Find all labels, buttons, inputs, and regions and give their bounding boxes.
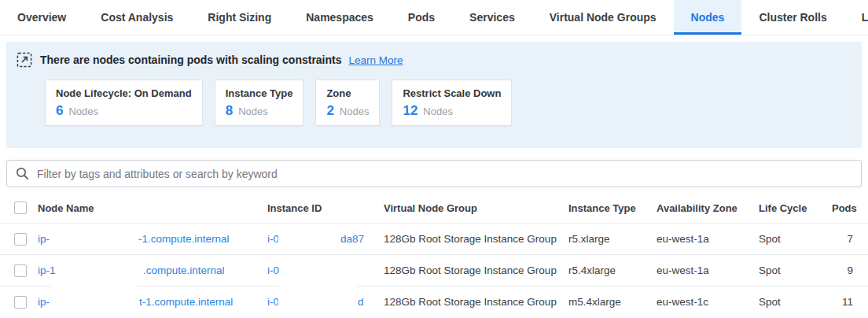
- card-count-number: 2: [326, 103, 333, 119]
- tab-nodes[interactable]: Nodes: [674, 0, 742, 35]
- search-input[interactable]: [37, 168, 852, 180]
- card-count-number: 12: [403, 103, 417, 119]
- card-instance-type[interactable]: Instance Type 8 Nodes: [215, 80, 304, 126]
- card-count-unit: Nodes: [238, 105, 268, 117]
- table-row: ip-1 .compute.internal i-0 128Gb Root St…: [0, 254, 868, 286]
- life-cycle-cell: Spot: [759, 255, 781, 286]
- availability-zone-cell: eu-west-1a: [657, 255, 709, 286]
- virtual-node-group-cell: 128Gb Root Storage Instance Group: [384, 255, 557, 286]
- instance-type-cell: r5.4xlarge: [568, 255, 616, 286]
- node-name-fragment: ip-1: [38, 255, 56, 286]
- nodes-table: Node Name Instance ID Virtual Node Group…: [0, 193, 868, 317]
- card-count: 8 Nodes: [226, 103, 293, 119]
- banner-message: There are nodes containing pods with sca…: [40, 54, 342, 66]
- tab-right-sizing[interactable]: Right Sizing: [190, 0, 289, 35]
- select-all-checkbox[interactable]: [14, 202, 27, 214]
- card-count-unit: Nodes: [68, 105, 98, 117]
- learn-more-link[interactable]: Learn More: [349, 54, 403, 66]
- instance-id-fragment: d: [358, 287, 364, 317]
- availability-zone-cell: eu-west-1a: [657, 224, 709, 254]
- tab-virtual-node-groups[interactable]: Virtual Node Groups: [532, 0, 674, 35]
- table-header-row: Node Name Instance ID Virtual Node Group…: [0, 193, 868, 223]
- tab-bar: Overview Cost Analysis Right Sizing Name…: [0, 0, 868, 35]
- column-header-instance-id: Instance ID: [267, 193, 384, 223]
- table-row: ip- t-1.compute.internal i-0 d 128Gb Roo…: [0, 286, 868, 317]
- instance-id-fragment: i-0: [267, 255, 279, 286]
- redacted-text: [286, 259, 359, 281]
- node-name-fragment: -1.compute.internal: [138, 224, 230, 254]
- instance-type-cell: m5.4xlarge: [568, 287, 621, 317]
- card-zone[interactable]: Zone 2 Nodes: [315, 80, 380, 126]
- card-title: Instance Type: [226, 87, 293, 99]
- tab-overview[interactable]: Overview: [0, 0, 83, 35]
- column-header-pods: Pods: [832, 193, 853, 223]
- row-checkbox[interactable]: [14, 264, 27, 277]
- redacted-text: [57, 259, 142, 281]
- card-count-unit: Nodes: [340, 105, 370, 117]
- card-count: 2 Nodes: [326, 103, 369, 119]
- scaling-constraints-banner: There are nodes containing pods with sca…: [6, 42, 862, 148]
- card-count: 6 Nodes: [56, 103, 192, 119]
- constraint-summary-cards: Node Lifecycle: On Demand 6 Nodes Instan…: [6, 80, 862, 126]
- row-checkbox[interactable]: [14, 233, 27, 246]
- card-count: 12 Nodes: [403, 103, 501, 119]
- instance-id-fragment: da87: [340, 224, 364, 254]
- tab-cluster-rolls[interactable]: Cluster Rolls: [741, 0, 844, 35]
- pods-count-cell: 7: [832, 224, 853, 254]
- column-header-instance-type: Instance Type: [568, 193, 636, 223]
- virtual-node-group-cell: 128Gb Root Storage Instance Group: [384, 287, 557, 317]
- row-checkbox[interactable]: [14, 296, 27, 309]
- filter-search-box[interactable]: [6, 160, 862, 187]
- tab-log[interactable]: Log: [844, 0, 868, 35]
- tab-cost-analysis[interactable]: Cost Analysis: [83, 0, 190, 35]
- tab-namespaces[interactable]: Namespaces: [289, 0, 391, 35]
- redacted-text: [52, 227, 137, 250]
- node-name-fragment: .compute.internal: [143, 255, 225, 286]
- virtual-node-group-cell: 128Gb Root Storage Instance Group: [384, 224, 557, 254]
- table-row: ip- -1.compute.internal i-0 da87 128Gb R…: [0, 223, 868, 254]
- instance-id-fragment: i-0: [267, 287, 279, 317]
- scaling-constraint-icon: [17, 52, 32, 68]
- column-header-virtual-node-group: Virtual Node Group: [384, 193, 477, 223]
- node-name-fragment: ip-: [38, 287, 50, 317]
- instance-type-cell: r5.xlarge: [568, 224, 610, 254]
- column-header-node-name: Node Name: [38, 193, 267, 223]
- card-title: Zone: [326, 87, 369, 99]
- redacted-text: [52, 285, 138, 310]
- node-name-fragment: t-1.compute.internal: [139, 287, 233, 317]
- tab-pods[interactable]: Pods: [391, 0, 452, 35]
- card-count-number: 6: [56, 103, 63, 119]
- column-header-life-cycle: Life Cycle: [759, 193, 807, 223]
- availability-zone-cell: eu-west-1c: [657, 287, 708, 317]
- card-title: Restrict Scale Down: [403, 87, 501, 99]
- card-title: Node Lifecycle: On Demand: [56, 87, 192, 99]
- redacted-text: [278, 285, 356, 310]
- banner-message-line: There are nodes containing pods with sca…: [6, 52, 862, 68]
- card-node-lifecycle-on-demand[interactable]: Node Lifecycle: On Demand 6 Nodes: [45, 80, 203, 126]
- pods-count-cell: 9: [832, 255, 853, 286]
- card-restrict-scale-down[interactable]: Restrict Scale Down 12 Nodes: [392, 80, 512, 126]
- life-cycle-cell: Spot: [759, 287, 781, 317]
- column-header-availability-zone: Availability Zone: [657, 193, 737, 223]
- redacted-text: [278, 227, 339, 250]
- search-icon: [16, 167, 29, 180]
- node-name-fragment: ip-: [38, 224, 50, 254]
- life-cycle-cell: Spot: [759, 224, 781, 254]
- pods-count-cell: 11: [832, 287, 853, 317]
- card-count-number: 8: [226, 103, 233, 119]
- nodes-page: Overview Cost Analysis Right Sizing Name…: [0, 0, 868, 318]
- instance-id-fragment: i-0: [267, 224, 279, 254]
- card-count-unit: Nodes: [423, 105, 453, 117]
- tab-services[interactable]: Services: [452, 0, 532, 35]
